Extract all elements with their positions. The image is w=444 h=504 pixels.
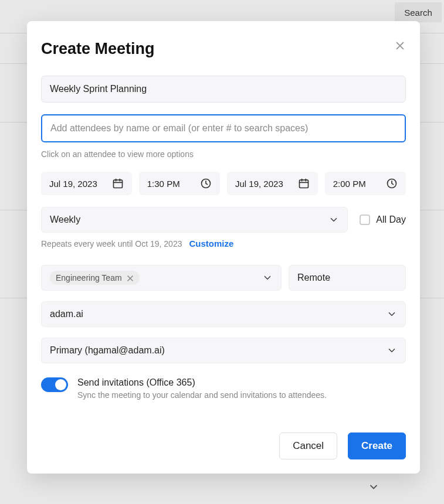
workspace-value: adam.ai	[50, 309, 83, 319]
recurrence-value: Weekly	[50, 214, 80, 225]
create-button[interactable]: Create	[348, 433, 406, 459]
recurrence-row: Weekly All Day	[41, 207, 406, 233]
end-date-value: Jul 19, 2023	[235, 179, 283, 189]
workspace-select[interactable]: adam.ai	[41, 301, 406, 327]
attendees-input[interactable]	[41, 114, 406, 142]
repeats-text: Repeats every week until Oct 19, 2023	[41, 239, 182, 248]
send-invitations-row: Send invitations (Office 365) Sync the m…	[41, 377, 406, 400]
all-day-label: All Day	[376, 214, 406, 225]
recurrence-select[interactable]: Weekly	[41, 207, 348, 233]
attendees-helper-text: Click on an attendee to view more option…	[41, 149, 406, 159]
end-time-picker[interactable]: 2:00 PM	[325, 172, 406, 195]
start-date-value: Jul 19, 2023	[49, 179, 97, 189]
datetime-row: Jul 19, 2023 1:30 PM Jul 19, 2023 2:00 P…	[41, 172, 406, 195]
send-invitations-toggle[interactable]	[41, 377, 68, 392]
end-date-picker[interactable]: Jul 19, 2023	[227, 172, 318, 195]
tag-remove-icon[interactable]	[127, 274, 134, 281]
search-label: Search	[404, 8, 432, 18]
toggle-content: Send invitations (Office 365) Sync the m…	[77, 377, 327, 400]
modal-header: Create Meeting	[41, 40, 406, 58]
search-button[interactable]: Search	[395, 2, 442, 22]
chevron-down-icon	[387, 345, 397, 356]
modal-footer: Cancel Create	[41, 433, 406, 459]
location-input[interactable]	[289, 265, 406, 291]
toggle-title: Send invitations (Office 365)	[77, 377, 327, 388]
team-location-row: Engineering Team	[41, 265, 406, 291]
end-time-value: 2:00 PM	[333, 179, 366, 189]
close-icon[interactable]	[394, 40, 406, 52]
meeting-name-input[interactable]	[41, 76, 406, 103]
svg-rect-2	[113, 180, 122, 188]
svg-rect-7	[299, 180, 308, 188]
calendar-value: Primary (hgamal@adam.ai)	[50, 345, 165, 356]
start-date-picker[interactable]: Jul 19, 2023	[41, 172, 132, 195]
chevron-down-icon	[262, 273, 273, 283]
start-time-picker[interactable]: 1:30 PM	[139, 172, 220, 195]
calendar-select[interactable]: Primary (hgamal@adam.ai)	[41, 338, 406, 363]
calendar-icon	[298, 178, 310, 189]
chevron-down-icon	[387, 309, 397, 319]
calendar-icon	[112, 178, 124, 189]
team-tag: Engineering Team	[50, 271, 140, 285]
team-select[interactable]: Engineering Team	[41, 265, 282, 291]
repeat-row: Repeats every week until Oct 19, 2023 Cu…	[41, 239, 406, 248]
modal-title: Create Meeting	[41, 40, 155, 58]
create-meeting-modal: Create Meeting Click on an attendee to v…	[27, 21, 420, 474]
clock-icon	[200, 178, 212, 189]
all-day-checkbox[interactable]	[360, 214, 370, 225]
team-tag-label: Engineering Team	[56, 273, 122, 282]
toggle-description: Sync the meeting to your calendar and se…	[77, 390, 327, 400]
clock-icon	[386, 178, 398, 189]
chevron-down-icon[interactable]	[368, 481, 379, 495]
customize-link[interactable]: Customize	[189, 239, 233, 248]
cancel-button[interactable]: Cancel	[279, 433, 337, 459]
start-time-value: 1:30 PM	[147, 179, 180, 189]
toggle-knob	[55, 379, 66, 390]
all-day-checkbox-wrap: All Day	[360, 214, 406, 225]
chevron-down-icon	[328, 214, 339, 225]
